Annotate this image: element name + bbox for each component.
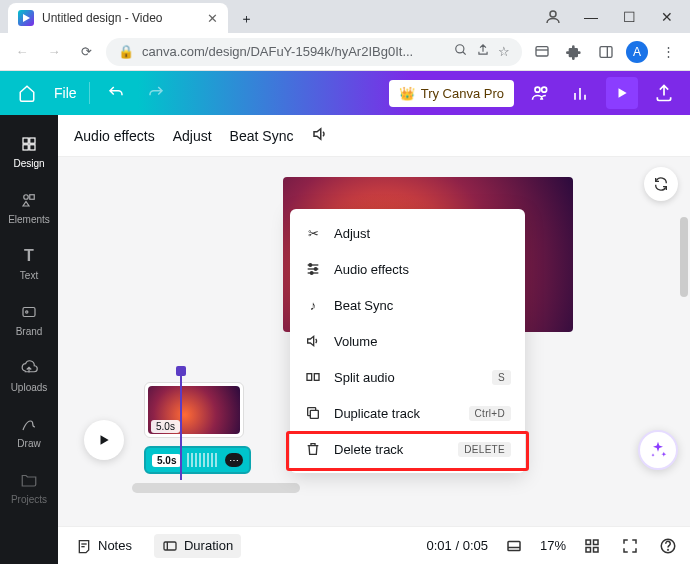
editor-footer: Notes Duration 0:01 / 0:05 17% — [58, 526, 690, 564]
svg-point-18 — [24, 194, 29, 199]
user-icon[interactable] — [538, 7, 568, 27]
share-button[interactable] — [650, 79, 678, 107]
trash-icon — [304, 441, 322, 457]
app-toolbar: File 👑Try Canva Pro — [0, 71, 690, 115]
maximize-button[interactable]: ☐ — [614, 7, 644, 27]
collaborators-icon[interactable] — [526, 79, 554, 107]
notes-button[interactable]: Notes — [68, 534, 140, 558]
audio-track-clip[interactable]: 5.0s⋯ — [144, 446, 251, 474]
svg-line-3 — [463, 52, 466, 55]
try-canva-pro-button[interactable]: 👑Try Canva Pro — [389, 80, 514, 107]
profile-avatar[interactable]: A — [626, 41, 648, 63]
svg-rect-37 — [164, 542, 176, 550]
volume-icon[interactable] — [311, 125, 329, 146]
left-sidebar: Design Elements TText Brand Uploads Draw… — [0, 115, 58, 564]
present-button[interactable] — [606, 77, 638, 109]
extensions-icon[interactable] — [562, 40, 586, 64]
home-button[interactable] — [12, 78, 42, 108]
back-button[interactable]: ← — [10, 40, 34, 64]
svg-marker-13 — [619, 88, 627, 97]
playhead[interactable] — [180, 370, 182, 480]
svg-point-29 — [310, 272, 313, 275]
fullscreen-icon[interactable] — [618, 534, 642, 558]
search-icon[interactable] — [454, 43, 468, 60]
context-menu: ✂Adjust Audio effects ♪Beat Sync Volume … — [290, 209, 525, 473]
svg-rect-15 — [30, 138, 35, 143]
shortcut: S — [492, 370, 511, 385]
pages-icon[interactable] — [502, 534, 526, 558]
zoom-level[interactable]: 17% — [540, 538, 566, 553]
svg-rect-42 — [594, 540, 599, 545]
horizontal-scrollbar[interactable] — [132, 483, 300, 493]
toolbar-adjust[interactable]: Adjust — [173, 128, 212, 144]
minimize-button[interactable]: — — [576, 7, 606, 27]
svg-point-8 — [535, 87, 540, 92]
close-tab-icon[interactable]: ✕ — [207, 11, 218, 26]
play-button[interactable] — [84, 420, 124, 460]
sidebar-item-draw[interactable]: Draw — [0, 403, 58, 459]
sidebar-item-text[interactable]: TText — [0, 235, 58, 291]
file-menu[interactable]: File — [54, 85, 77, 101]
svg-rect-33 — [310, 410, 318, 418]
brand-icon — [20, 302, 38, 322]
menu-icon[interactable]: ⋮ — [656, 40, 680, 64]
toolbar-beat-sync[interactable]: Beat Sync — [230, 128, 294, 144]
svg-rect-17 — [30, 144, 35, 149]
sidebar-label: Brand — [16, 326, 43, 337]
duplicate-icon — [304, 405, 322, 421]
window-titlebar: Untitled design - Video ✕ ＋ — ☐ ✕ — [0, 0, 690, 33]
bookmark-icon[interactable]: ☆ — [498, 44, 510, 59]
svg-rect-14 — [23, 138, 28, 143]
undo-button[interactable] — [102, 79, 130, 107]
share-icon[interactable] — [476, 43, 490, 60]
svg-marker-30 — [308, 336, 314, 345]
sidebar-item-uploads[interactable]: Uploads — [0, 347, 58, 403]
menu-label: Adjust — [334, 226, 511, 241]
svg-rect-19 — [30, 194, 35, 199]
toolbar-audio-effects[interactable]: Audio effects — [74, 128, 155, 144]
sidepanel-icon[interactable] — [594, 40, 618, 64]
canva-favicon — [18, 10, 34, 26]
time-display: 0:01 / 0:05 — [427, 538, 488, 553]
notes-label: Notes — [98, 538, 132, 553]
menu-item-split-audio[interactable]: Split audioS — [290, 359, 525, 395]
menu-item-beat-sync[interactable]: ♪Beat Sync — [290, 287, 525, 323]
sidebar-label: Uploads — [11, 382, 48, 393]
help-icon[interactable] — [656, 534, 680, 558]
grid-view-icon[interactable] — [580, 534, 604, 558]
menu-item-delete-track[interactable]: Delete trackDELETE — [290, 431, 525, 467]
design-icon — [20, 134, 38, 154]
projects-icon — [20, 470, 38, 490]
url-bar[interactable]: 🔒 canva.com/design/DAFuY-1594k/hyAr2IBg0… — [106, 38, 522, 66]
sidebar-item-projects[interactable]: Projects — [0, 459, 58, 515]
duration-button[interactable]: Duration — [154, 534, 241, 558]
vertical-scrollbar[interactable] — [680, 157, 688, 526]
svg-rect-41 — [586, 540, 591, 545]
clip-menu-icon[interactable]: ⋯ — [225, 453, 243, 467]
draw-icon — [20, 414, 38, 434]
video-track-clip[interactable]: 5.0s — [144, 382, 244, 438]
svg-point-27 — [309, 264, 312, 267]
regenerate-button[interactable] — [644, 167, 678, 201]
reload-button[interactable]: ⟳ — [74, 40, 98, 64]
menu-item-volume[interactable]: Volume — [290, 323, 525, 359]
close-window-button[interactable]: ✕ — [652, 7, 682, 27]
install-icon[interactable] — [530, 40, 554, 64]
sidebar-item-design[interactable]: Design — [0, 123, 58, 179]
crown-icon: 👑 — [399, 86, 415, 101]
redo-button[interactable] — [142, 79, 170, 107]
new-tab-button[interactable]: ＋ — [232, 5, 260, 33]
forward-button[interactable]: → — [42, 40, 66, 64]
sidebar-item-elements[interactable]: Elements — [0, 179, 58, 235]
svg-point-2 — [456, 45, 464, 53]
menu-item-audio-effects[interactable]: Audio effects — [290, 251, 525, 287]
sidebar-label: Design — [13, 158, 44, 169]
sidebar-item-brand[interactable]: Brand — [0, 291, 58, 347]
menu-item-duplicate-track[interactable]: Duplicate trackCtrl+D — [290, 395, 525, 431]
analytics-icon[interactable] — [566, 79, 594, 107]
svg-rect-21 — [23, 307, 35, 316]
svg-marker-34 — [101, 435, 109, 444]
menu-item-adjust[interactable]: ✂Adjust — [290, 215, 525, 251]
browser-tab[interactable]: Untitled design - Video ✕ — [8, 3, 228, 33]
svg-point-1 — [550, 11, 556, 17]
